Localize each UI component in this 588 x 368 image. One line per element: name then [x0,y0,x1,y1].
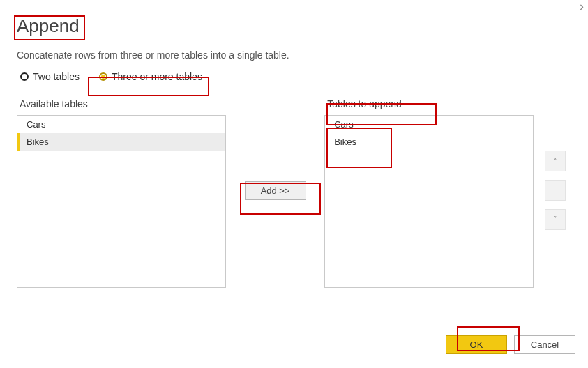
chevron-up-icon: ˄ [553,157,557,166]
reorder-column: ˄ ˅ [539,97,571,270]
list-item[interactable]: Bikes [17,133,225,151]
remove-button[interactable] [545,180,566,201]
dialog-title: Append [17,15,80,37]
dialog-subtitle: Concatenate rows from three or more tabl… [17,49,571,61]
lists-row: Available tables CarsBikes Add >> Tables… [17,97,571,288]
list-item[interactable]: Bikes [325,133,533,151]
move-down-button[interactable]: ˅ [545,209,566,230]
available-tables-label: Available tables [17,97,91,111]
radio-two-tables-label: Two tables [33,71,80,82]
radio-three-or-more-label: Three or more tables [112,71,202,82]
add-button[interactable]: Add >> [245,181,306,200]
radio-two-tables[interactable]: Two tables [17,69,83,84]
available-column: Available tables CarsBikes [17,97,226,288]
chevron-down-icon: ˅ [553,215,557,224]
list-item[interactable]: Cars [325,116,533,133]
middle-column: Add >> [226,97,324,270]
append-dialog: › Append Concatenate rows from three or … [0,0,588,368]
blank-icon [555,186,557,194]
ok-button[interactable]: OK [446,335,507,354]
radio-icon [99,72,107,81]
table-count-radio-group: Two tables Three or more tables [17,69,571,84]
radio-icon [20,72,29,81]
tables-to-append-label: Tables to append [324,97,405,111]
list-item[interactable]: Cars [17,116,225,133]
close-icon[interactable]: › [580,0,584,13]
radio-three-or-more[interactable]: Three or more tables [96,69,206,84]
cancel-button[interactable]: Cancel [514,335,575,354]
tables-to-append-listbox[interactable]: CarsBikes [324,115,534,288]
available-tables-listbox[interactable]: CarsBikes [17,115,226,288]
append-column: Tables to append CarsBikes [324,97,534,288]
move-up-button[interactable]: ˄ [545,151,566,171]
dialog-footer: OK Cancel [446,335,575,354]
